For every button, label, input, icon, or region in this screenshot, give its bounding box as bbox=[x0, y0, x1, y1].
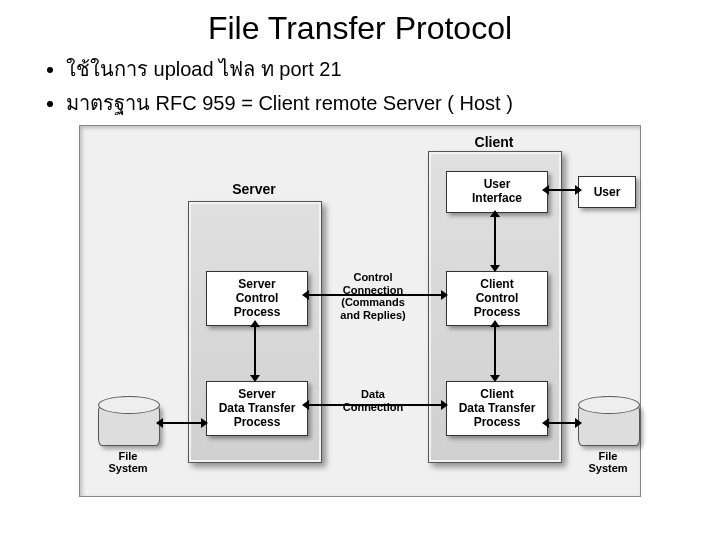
server-label: Server bbox=[188, 181, 320, 197]
arrow-ccp-cdtp bbox=[494, 326, 496, 376]
bullet-item: ใช้ในการ upload ไฟล ท port 21 bbox=[66, 53, 720, 85]
control-connection-label: ControlConnection(Commandsand Replies) bbox=[320, 271, 426, 322]
bullet-item: มาตรฐาน RFC 959 = Client remote Server (… bbox=[66, 87, 720, 119]
arrow-ui-user bbox=[548, 189, 576, 191]
ftp-diagram: Server Client UserInterface ClientContro… bbox=[79, 125, 641, 497]
user-box: User bbox=[578, 176, 636, 208]
server-control-process-box: ServerControlProcess bbox=[206, 271, 308, 326]
data-connection-label: DataConnection bbox=[320, 388, 426, 413]
bullet-list: ใช้ในการ upload ไฟล ท port 21 มาตรฐาน RF… bbox=[26, 53, 720, 119]
client-control-process-box: ClientControlProcess bbox=[446, 271, 548, 326]
arrow-data-connection bbox=[308, 404, 442, 406]
server-data-transfer-process-box: ServerData TransferProcess bbox=[206, 381, 308, 436]
server-file-system-label: FileSystem bbox=[98, 450, 158, 474]
page-title: File Transfer Protocol bbox=[0, 10, 720, 47]
server-file-system-icon: FileSystem bbox=[98, 396, 158, 446]
client-file-system-icon: FileSystem bbox=[578, 396, 638, 446]
arrow-ui-ccp bbox=[494, 216, 496, 266]
arrow-client-fs bbox=[548, 422, 576, 424]
arrow-server-fs bbox=[162, 422, 202, 424]
client-label: Client bbox=[428, 134, 560, 150]
client-data-transfer-process-box: ClientData TransferProcess bbox=[446, 381, 548, 436]
client-file-system-label: FileSystem bbox=[578, 450, 638, 474]
arrow-scp-sdtp bbox=[254, 326, 256, 376]
user-interface-box: UserInterface bbox=[446, 171, 548, 213]
arrow-control-connection bbox=[308, 294, 442, 296]
